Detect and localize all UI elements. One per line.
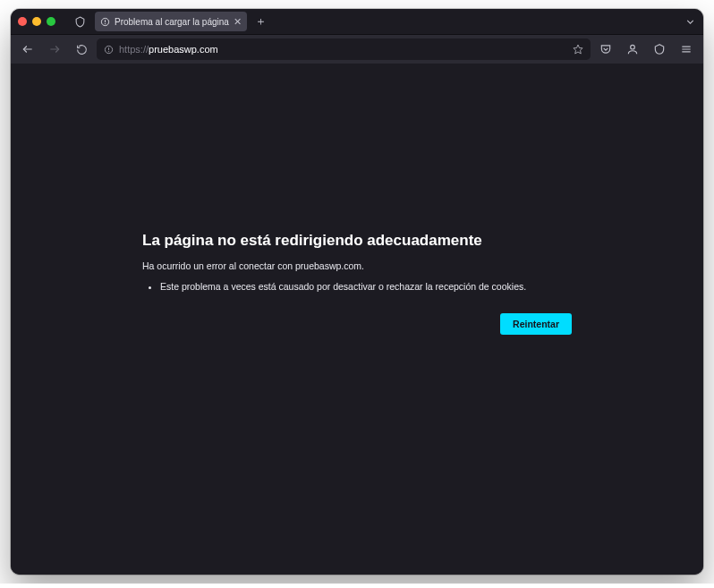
error-container: La página no está redirigiendo adecuadam… [142, 232, 572, 336]
extensions-icon[interactable] [648, 38, 671, 60]
window-minimize-button[interactable] [32, 17, 41, 26]
url-bar[interactable]: https://pruebaswp.com [97, 38, 591, 60]
window-close-button[interactable] [18, 17, 27, 26]
back-button[interactable] [16, 38, 39, 60]
reload-button[interactable] [70, 38, 93, 60]
save-to-pocket-icon[interactable] [594, 38, 617, 60]
tab-close-button[interactable]: ✕ [234, 16, 242, 28]
forward-button[interactable] [43, 38, 66, 60]
bookmark-star-icon[interactable] [573, 44, 583, 55]
privacy-shield-icon[interactable] [70, 13, 89, 30]
tab-title: Problema al cargar la página [115, 17, 229, 27]
svg-marker-8 [574, 45, 582, 54]
error-bullet: Este problema a veces está causado por d… [160, 280, 572, 294]
error-actions: Reintentar [142, 313, 572, 335]
new-tab-button[interactable]: ＋ [252, 13, 270, 30]
tab-bar: Problema al cargar la página ✕ ＋ [11, 9, 703, 35]
svg-point-2 [105, 23, 106, 24]
warning-icon [100, 17, 110, 27]
url-protocol: https:// [119, 44, 149, 55]
browser-window: Problema al cargar la página ✕ ＋ https:/… [11, 9, 703, 575]
window-maximize-button[interactable] [47, 17, 55, 26]
error-bullet-list: Este problema a veces está causado por d… [142, 280, 572, 294]
tabs-list-button[interactable] [684, 16, 696, 28]
url-host: pruebaswp.com [149, 44, 218, 55]
browser-tab[interactable]: Problema al cargar la página ✕ [95, 12, 247, 31]
retry-button[interactable]: Reintentar [500, 313, 572, 335]
url-text: https://pruebaswp.com [119, 44, 567, 55]
page-content: La página no está redirigiendo adecuadam… [11, 64, 703, 575]
error-title: La página no está redirigiendo adecuadam… [142, 232, 572, 250]
svg-point-7 [108, 51, 109, 52]
window-controls [18, 17, 55, 26]
svg-point-9 [631, 45, 635, 49]
app-menu-icon[interactable] [675, 38, 698, 60]
toolbar: https://pruebaswp.com [11, 35, 703, 64]
account-icon[interactable] [621, 38, 644, 60]
error-subtitle: Ha ocurrido un error al conectar con pru… [142, 260, 572, 271]
lock-icon [104, 45, 114, 55]
